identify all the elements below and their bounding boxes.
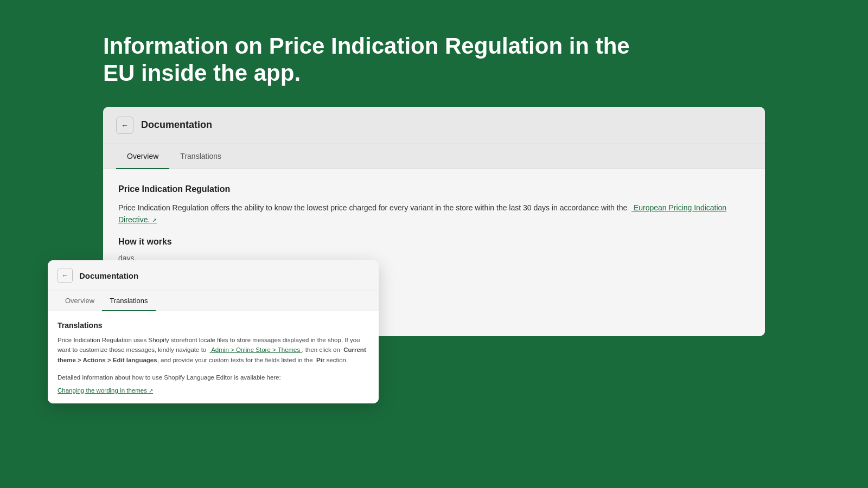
page-headline: Information on Price Indication Regulati…: [103, 33, 646, 87]
main-card-title: Documentation: [141, 119, 212, 131]
main-card-header: ← Documentation: [103, 107, 765, 144]
overlay-back-button[interactable]: ←: [58, 268, 73, 283]
main-back-button[interactable]: ←: [116, 117, 133, 134]
changing-wording-link[interactable]: Changing the wording in themes ↗: [58, 387, 369, 394]
overlay-card-body: Translations Price Indication Regulation…: [48, 311, 379, 403]
external-link-icon-wording: ↗: [149, 388, 153, 394]
admin-themes-link[interactable]: Admin > Online Store > Themes: [210, 346, 302, 353]
external-link-icon: ↗: [152, 217, 157, 223]
overlay-card-header: ← Documentation: [48, 260, 379, 291]
overlay-documentation-card: ← Documentation Overview Translations Tr…: [48, 260, 379, 403]
translations-paragraph1: Price Indication Regulation uses Shopify…: [58, 335, 369, 365]
pir-bold: Pir: [316, 357, 324, 363]
overlay-tab-translations[interactable]: Translations: [102, 291, 155, 311]
translations-section-title: Translations: [58, 321, 369, 330]
tab-overview[interactable]: Overview: [116, 144, 169, 169]
price-indication-title: Price Indication Regulation: [118, 184, 750, 194]
main-tabs-bar: Overview Translations: [103, 144, 765, 169]
translations-detail-text: Detailed information about how to use Sh…: [58, 373, 369, 382]
page-wrapper: Information on Price Indication Regulati…: [0, 0, 868, 369]
price-indication-intro: Price Indication Regulation offers the a…: [118, 202, 750, 226]
overlay-card-title: Documentation: [79, 271, 138, 280]
how-it-works-title: How it works: [118, 237, 750, 247]
overlay-tabs-bar: Overview Translations: [48, 291, 379, 311]
tab-translations[interactable]: Translations: [169, 144, 232, 169]
overlay-tab-overview[interactable]: Overview: [58, 291, 102, 311]
